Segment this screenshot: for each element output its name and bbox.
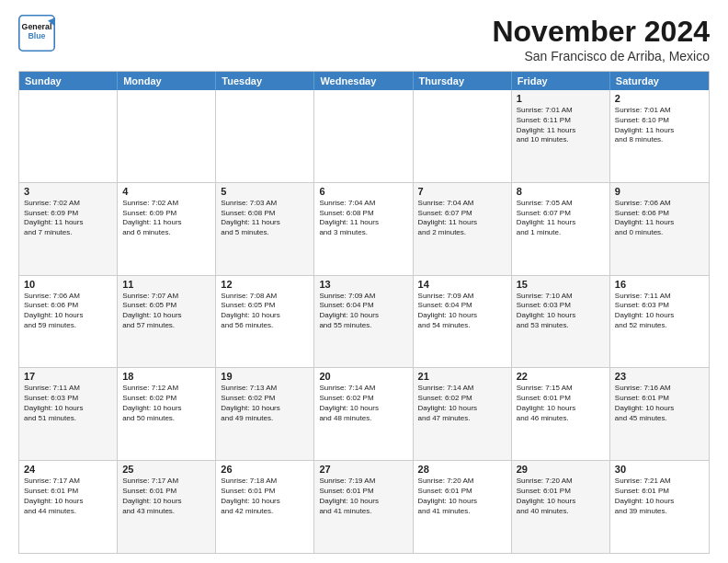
day-cell-6: 6Sunrise: 7:04 AM Sunset: 6:08 PM Daylig… bbox=[314, 183, 413, 275]
day-cell-17: 17Sunrise: 7:11 AM Sunset: 6:03 PM Dayli… bbox=[19, 368, 118, 460]
day-number: 2 bbox=[615, 93, 704, 104]
logo-icon: General Blue bbox=[18, 15, 55, 52]
day-cell-8: 8Sunrise: 7:05 AM Sunset: 6:07 PM Daylig… bbox=[512, 183, 610, 275]
day-number: 4 bbox=[122, 186, 210, 197]
month-title: November 2024 bbox=[492, 15, 710, 49]
calendar-header: SundayMondayTuesdayWednesdayThursdayFrid… bbox=[19, 72, 709, 90]
day-number: 26 bbox=[221, 464, 309, 475]
calendar-row-4: 17Sunrise: 7:11 AM Sunset: 6:03 PM Dayli… bbox=[19, 367, 709, 460]
day-number: 9 bbox=[615, 186, 704, 197]
day-info: Sunrise: 7:15 AM Sunset: 6:01 PM Dayligh… bbox=[517, 384, 605, 423]
day-cell-3: 3Sunrise: 7:02 AM Sunset: 6:09 PM Daylig… bbox=[19, 183, 118, 275]
day-info: Sunrise: 7:01 AM Sunset: 6:11 PM Dayligh… bbox=[517, 106, 605, 145]
day-number: 10 bbox=[24, 279, 112, 290]
day-number: 11 bbox=[122, 279, 210, 290]
empty-cell-0-3 bbox=[314, 90, 413, 182]
logo: General Blue bbox=[18, 15, 55, 52]
day-cell-11: 11Sunrise: 7:07 AM Sunset: 6:05 PM Dayli… bbox=[118, 276, 216, 368]
day-info: Sunrise: 7:07 AM Sunset: 6:05 PM Dayligh… bbox=[122, 292, 210, 331]
weekday-header-thursday: Thursday bbox=[414, 72, 512, 90]
day-info: Sunrise: 7:12 AM Sunset: 6:02 PM Dayligh… bbox=[122, 384, 210, 423]
empty-cell-0-2 bbox=[216, 90, 314, 182]
day-cell-1: 1Sunrise: 7:01 AM Sunset: 6:11 PM Daylig… bbox=[512, 90, 610, 182]
day-cell-18: 18Sunrise: 7:12 AM Sunset: 6:02 PM Dayli… bbox=[118, 368, 216, 460]
day-number: 15 bbox=[517, 279, 605, 290]
day-cell-26: 26Sunrise: 7:18 AM Sunset: 6:01 PM Dayli… bbox=[216, 461, 314, 553]
day-info: Sunrise: 7:02 AM Sunset: 6:09 PM Dayligh… bbox=[24, 199, 112, 238]
day-info: Sunrise: 7:03 AM Sunset: 6:08 PM Dayligh… bbox=[221, 199, 309, 238]
day-info: Sunrise: 7:11 AM Sunset: 6:03 PM Dayligh… bbox=[24, 384, 112, 423]
weekday-header-sunday: Sunday bbox=[19, 72, 118, 90]
day-number: 1 bbox=[517, 93, 605, 104]
page: General Blue November 2024 San Francisco… bbox=[0, 0, 728, 563]
day-info: Sunrise: 7:09 AM Sunset: 6:04 PM Dayligh… bbox=[418, 292, 506, 331]
day-cell-27: 27Sunrise: 7:19 AM Sunset: 6:01 PM Dayli… bbox=[314, 461, 413, 553]
day-info: Sunrise: 7:19 AM Sunset: 6:01 PM Dayligh… bbox=[319, 477, 407, 516]
day-info: Sunrise: 7:06 AM Sunset: 6:06 PM Dayligh… bbox=[615, 199, 704, 238]
calendar-row-5: 24Sunrise: 7:17 AM Sunset: 6:01 PM Dayli… bbox=[19, 460, 709, 553]
weekday-header-monday: Monday bbox=[118, 72, 216, 90]
day-info: Sunrise: 7:17 AM Sunset: 6:01 PM Dayligh… bbox=[122, 477, 210, 516]
empty-cell-0-0 bbox=[19, 90, 118, 182]
day-info: Sunrise: 7:21 AM Sunset: 6:01 PM Dayligh… bbox=[615, 477, 704, 516]
day-info: Sunrise: 7:13 AM Sunset: 6:02 PM Dayligh… bbox=[221, 384, 309, 423]
day-number: 16 bbox=[615, 279, 704, 290]
day-number: 23 bbox=[615, 371, 704, 382]
day-number: 5 bbox=[221, 186, 309, 197]
day-number: 30 bbox=[615, 464, 704, 475]
day-number: 19 bbox=[221, 371, 309, 382]
calendar-row-1: 1Sunrise: 7:01 AM Sunset: 6:11 PM Daylig… bbox=[19, 90, 709, 182]
day-info: Sunrise: 7:02 AM Sunset: 6:09 PM Dayligh… bbox=[122, 199, 210, 238]
day-number: 18 bbox=[122, 371, 210, 382]
day-info: Sunrise: 7:11 AM Sunset: 6:03 PM Dayligh… bbox=[615, 292, 704, 331]
day-number: 25 bbox=[122, 464, 210, 475]
day-cell-24: 24Sunrise: 7:17 AM Sunset: 6:01 PM Dayli… bbox=[19, 461, 118, 553]
day-cell-21: 21Sunrise: 7:14 AM Sunset: 6:02 PM Dayli… bbox=[414, 368, 512, 460]
day-cell-12: 12Sunrise: 7:08 AM Sunset: 6:05 PM Dayli… bbox=[216, 276, 314, 368]
calendar: SundayMondayTuesdayWednesdayThursdayFrid… bbox=[18, 71, 710, 554]
day-cell-15: 15Sunrise: 7:10 AM Sunset: 6:03 PM Dayli… bbox=[512, 276, 610, 368]
empty-cell-0-4 bbox=[414, 90, 512, 182]
day-number: 21 bbox=[418, 371, 506, 382]
title-block: November 2024 San Francisco de Arriba, M… bbox=[492, 15, 710, 63]
day-cell-22: 22Sunrise: 7:15 AM Sunset: 6:01 PM Dayli… bbox=[512, 368, 610, 460]
day-info: Sunrise: 7:18 AM Sunset: 6:01 PM Dayligh… bbox=[221, 477, 309, 516]
day-cell-28: 28Sunrise: 7:20 AM Sunset: 6:01 PM Dayli… bbox=[414, 461, 512, 553]
day-info: Sunrise: 7:06 AM Sunset: 6:06 PM Dayligh… bbox=[24, 292, 112, 331]
day-cell-7: 7Sunrise: 7:04 AM Sunset: 6:07 PM Daylig… bbox=[414, 183, 512, 275]
day-number: 6 bbox=[319, 186, 407, 197]
day-info: Sunrise: 7:20 AM Sunset: 6:01 PM Dayligh… bbox=[418, 477, 506, 516]
day-number: 7 bbox=[418, 186, 506, 197]
day-cell-5: 5Sunrise: 7:03 AM Sunset: 6:08 PM Daylig… bbox=[216, 183, 314, 275]
day-cell-13: 13Sunrise: 7:09 AM Sunset: 6:04 PM Dayli… bbox=[314, 276, 413, 368]
day-cell-14: 14Sunrise: 7:09 AM Sunset: 6:04 PM Dayli… bbox=[414, 276, 512, 368]
calendar-row-3: 10Sunrise: 7:06 AM Sunset: 6:06 PM Dayli… bbox=[19, 275, 709, 368]
day-cell-29: 29Sunrise: 7:20 AM Sunset: 6:01 PM Dayli… bbox=[512, 461, 610, 553]
day-cell-4: 4Sunrise: 7:02 AM Sunset: 6:09 PM Daylig… bbox=[118, 183, 216, 275]
day-info: Sunrise: 7:14 AM Sunset: 6:02 PM Dayligh… bbox=[418, 384, 506, 423]
day-number: 12 bbox=[221, 279, 309, 290]
day-info: Sunrise: 7:08 AM Sunset: 6:05 PM Dayligh… bbox=[221, 292, 309, 331]
day-number: 3 bbox=[24, 186, 112, 197]
weekday-header-tuesday: Tuesday bbox=[216, 72, 314, 90]
weekday-header-saturday: Saturday bbox=[610, 72, 709, 90]
day-number: 14 bbox=[418, 279, 506, 290]
day-info: Sunrise: 7:04 AM Sunset: 6:07 PM Dayligh… bbox=[418, 199, 506, 238]
day-number: 24 bbox=[24, 464, 112, 475]
day-info: Sunrise: 7:01 AM Sunset: 6:10 PM Dayligh… bbox=[615, 106, 704, 145]
day-info: Sunrise: 7:14 AM Sunset: 6:02 PM Dayligh… bbox=[319, 384, 407, 423]
calendar-body: 1Sunrise: 7:01 AM Sunset: 6:11 PM Daylig… bbox=[19, 90, 709, 553]
weekday-header-friday: Friday bbox=[512, 72, 610, 90]
day-cell-9: 9Sunrise: 7:06 AM Sunset: 6:06 PM Daylig… bbox=[610, 183, 709, 275]
day-number: 8 bbox=[517, 186, 605, 197]
day-cell-19: 19Sunrise: 7:13 AM Sunset: 6:02 PM Dayli… bbox=[216, 368, 314, 460]
location: San Francisco de Arriba, Mexico bbox=[492, 49, 710, 63]
empty-cell-0-1 bbox=[118, 90, 216, 182]
day-cell-10: 10Sunrise: 7:06 AM Sunset: 6:06 PM Dayli… bbox=[19, 276, 118, 368]
svg-text:Blue: Blue bbox=[28, 31, 45, 40]
day-cell-16: 16Sunrise: 7:11 AM Sunset: 6:03 PM Dayli… bbox=[610, 276, 709, 368]
weekday-header-wednesday: Wednesday bbox=[314, 72, 413, 90]
day-cell-20: 20Sunrise: 7:14 AM Sunset: 6:02 PM Dayli… bbox=[314, 368, 413, 460]
calendar-row-2: 3Sunrise: 7:02 AM Sunset: 6:09 PM Daylig… bbox=[19, 182, 709, 275]
day-info: Sunrise: 7:10 AM Sunset: 6:03 PM Dayligh… bbox=[517, 292, 605, 331]
